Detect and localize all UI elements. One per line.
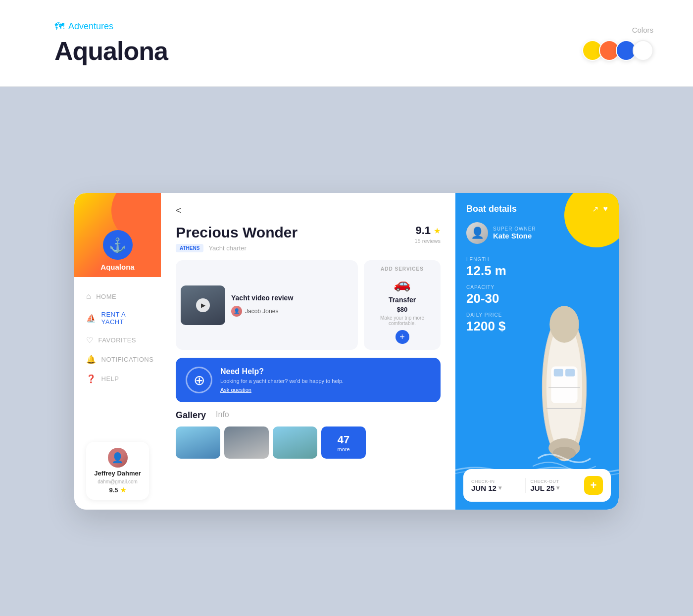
gallery-image-1[interactable]	[176, 426, 220, 459]
boat-header: Precious Wonder ATHENS Yacht charter 9.1…	[176, 224, 441, 252]
tab-gallery[interactable]: Gallery	[176, 410, 206, 421]
boat-image-area	[455, 339, 619, 469]
gallery-more-label: more	[337, 446, 349, 452]
yacht-icon: ⛵	[86, 314, 97, 323]
brand-tag-text: Adventures	[68, 21, 113, 32]
help-icon: ❓	[86, 374, 97, 383]
booking-bar: CHECK-IN JUN 12 ▾ CHECK-OUT JUL 25 ▾ +	[463, 469, 611, 502]
home-icon: ⌂	[86, 292, 91, 301]
ask-question-link[interactable]: Ask question	[220, 387, 344, 393]
video-title: Yacht video review	[231, 294, 353, 302]
add-service-button[interactable]: +	[396, 330, 409, 344]
car-icon: 🚗	[394, 276, 411, 292]
main-background: ⚓ Aqualona ⌂ HOME ⛵ RENT A YACHT ♡ FAVOR…	[0, 87, 693, 616]
rating-reviews: 15 reviews	[414, 238, 441, 244]
checkin-label: CHECK-IN	[471, 479, 520, 484]
gallery-tabs: Gallery Info	[176, 410, 441, 421]
rating-star-icon: ★	[434, 226, 441, 236]
owner-row: 👤 SUPER OWNER Kate Stone	[455, 222, 619, 252]
play-button[interactable]: ▶	[196, 298, 210, 312]
right-actions: ↗ ♥	[592, 204, 608, 214]
capacity-label: CAPACITY	[466, 284, 608, 290]
gallery-images: 47 more	[176, 426, 441, 459]
checkin-value[interactable]: JUN 12 ▾	[471, 484, 520, 492]
checkout-field: CHECK-OUT JUL 25 ▾	[531, 479, 580, 492]
svg-rect-5	[565, 369, 575, 376]
rent-yacht-label: RENT A YACHT	[101, 311, 149, 326]
sidebar-item-notifications[interactable]: 🔔 NOTIFICATIONS	[74, 350, 161, 369]
gallery-section: Gallery Info 47 more	[161, 410, 455, 467]
sidebar-nav: ⌂ HOME ⛵ RENT A YACHT ♡ FAVORITES 🔔 NOTI…	[74, 277, 161, 442]
sidebar-item-home[interactable]: ⌂ HOME	[74, 287, 161, 306]
favorite-icon[interactable]: ♥	[603, 204, 608, 214]
booking-divider	[525, 478, 526, 493]
checkout-value[interactable]: JUL 25 ▾	[531, 484, 580, 492]
transfer-name: Transfer	[389, 296, 416, 304]
author-name: Jacob Jones	[245, 308, 278, 315]
header-right: Colors	[582, 26, 653, 61]
colors-label: Colors	[632, 26, 653, 34]
user-rating: 9.5 ★	[109, 486, 126, 494]
video-author: 👤 Jacob Jones	[231, 306, 353, 317]
transfer-desc: Make your trip more comfortable.	[369, 315, 436, 326]
video-thumbnail-inner: ▶	[181, 285, 225, 325]
star-icon: ★	[120, 486, 126, 494]
cards-row: ▶ Yacht video review 👤 Jacob Jones ADD S…	[161, 260, 455, 358]
help-description: Looking for a yacht charter? we'd be hap…	[220, 378, 344, 384]
owner-name: Kate Stone	[493, 232, 536, 240]
length-label: LENGTH	[466, 257, 608, 262]
owner-avatar: 👤	[466, 222, 488, 244]
checkout-label: CHECK-OUT	[531, 479, 580, 484]
share-icon[interactable]: ↗	[592, 204, 598, 214]
charter-type: Yacht charter	[208, 244, 246, 252]
boat-rating: 9.1 ★ 15 reviews	[414, 224, 441, 244]
author-avatar: 👤	[231, 306, 242, 317]
help-lifebuoy-icon: ⊕	[186, 367, 212, 393]
spec-length: LENGTH 12.5 m	[466, 257, 608, 279]
sidebar: ⚓ Aqualona ⌂ HOME ⛵ RENT A YACHT ♡ FAVOR…	[74, 193, 161, 510]
sidebar-item-favorites[interactable]: ♡ FAVORITES	[74, 331, 161, 350]
sidebar-item-rent-yacht[interactable]: ⛵ RENT A YACHT	[74, 306, 161, 331]
rating-number: 9.1	[415, 224, 431, 237]
help-card: ⊕ Need Help? Looking for a yacht charter…	[176, 358, 441, 402]
video-card: ▶ Yacht video review 👤 Jacob Jones	[176, 260, 358, 350]
app-card: ⚓ Aqualona ⌂ HOME ⛵ RENT A YACHT ♡ FAVOR…	[74, 193, 619, 510]
sidebar-logo: ⚓ Aqualona	[100, 230, 134, 271]
user-card: 👤 Jeffrey Dahmer dahm@gmail.com 9.5 ★	[86, 442, 149, 500]
color-swatch-white[interactable]	[633, 40, 653, 61]
brand-tag: 🗺 Adventures	[54, 21, 168, 32]
boat-title: Precious Wonder	[176, 224, 297, 241]
user-name: Jeffrey Dahmer	[94, 470, 141, 477]
home-label: HOME	[96, 293, 116, 300]
location-tag: ATHENS	[176, 244, 203, 252]
boat-meta: ATHENS Yacht charter	[176, 244, 297, 252]
map-icon: 🗺	[54, 21, 64, 32]
checkin-chevron-icon: ▾	[498, 484, 501, 491]
video-thumbnail[interactable]: ▶	[181, 285, 225, 325]
services-card: ADD SERVICES 🚗 Transfer $80 Make your tr…	[364, 260, 441, 350]
right-panel: Boat details ↗ ♥ 👤 SUPER OWNER Kate Ston…	[455, 193, 619, 510]
help-content: Need Help? Looking for a yacht charter? …	[220, 367, 344, 393]
help-title: Need Help?	[220, 367, 344, 376]
back-button[interactable]: <	[176, 205, 182, 216]
gallery-more-button[interactable]: 47 more	[321, 426, 366, 459]
header-left: 🗺 Adventures Aqualona	[54, 21, 168, 66]
gallery-image-2[interactable]	[224, 426, 269, 459]
checkin-field: CHECK-IN JUN 12 ▾	[471, 479, 520, 492]
bell-icon: 🔔	[86, 355, 97, 364]
tab-info[interactable]: Info	[216, 410, 229, 421]
booking-add-button[interactable]: +	[584, 476, 603, 495]
owner-label: SUPER OWNER	[493, 226, 536, 232]
boat-details-title: Boat details	[466, 204, 517, 214]
transfer-price: $80	[397, 306, 408, 313]
sidebar-brand-name: Aqualona	[100, 263, 134, 271]
gallery-image-3[interactable]	[273, 426, 317, 459]
sidebar-header: ⚓ Aqualona	[74, 193, 161, 277]
app-title: Aqualona	[54, 36, 168, 66]
favorites-label: FAVORITES	[99, 336, 137, 344]
heart-icon: ♡	[86, 335, 94, 345]
help-label: HELP	[101, 375, 119, 382]
center-panel: < Precious Wonder ATHENS Yacht charter 9…	[161, 193, 455, 510]
length-value: 12.5 m	[466, 263, 608, 279]
sidebar-item-help[interactable]: ❓ HELP	[74, 369, 161, 388]
